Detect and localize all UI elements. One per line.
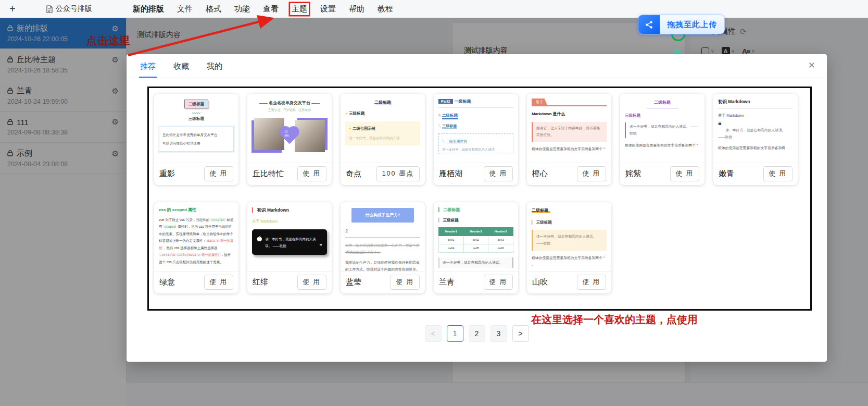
preview-block: 读一本好书，就是在和高尚的人谈话。 ——歌德 xyxy=(532,230,607,251)
theme-card: 什么构成了生产力?2当然，如果你说做日报是第一生产力，那这个对话就没法进行下去了… xyxy=(341,202,425,293)
preview-block: ▎三级标题 xyxy=(532,219,607,225)
theme-card: css 的 scoped 属性vue 为了防止 css 污染，当组件的 <sty… xyxy=(154,202,238,293)
share-nodes-icon xyxy=(638,15,660,34)
block-text: 三级标题 xyxy=(188,116,204,121)
block-text: 粗体的使用是在需要加粗的文字前后各加两 xyxy=(718,146,785,150)
theme-card-footer: 红绯使 用 xyxy=(247,272,332,293)
menu-theme[interactable]: 主题 xyxy=(290,3,309,15)
block-prefix: 引子 xyxy=(532,99,547,105)
use-theme-button[interactable]: 使 用 xyxy=(577,166,606,181)
new-document-button[interactable]: + xyxy=(9,4,16,14)
document-icon xyxy=(46,5,53,13)
menu-help[interactable]: 帮助 xyxy=(347,3,366,15)
annotation-click-here: 点击这里 xyxy=(86,33,130,48)
preview-block: 二级标题 xyxy=(532,207,607,214)
theme-card: ▎初识 Markdown关于 Markdown读一本好书，就是在和高尚的人谈话。… xyxy=(247,202,332,293)
use-theme-button[interactable]: 100 墨点 xyxy=(376,166,420,181)
preview-block: 〰〰三级标题 xyxy=(159,112,234,121)
block-text: 关于 Markdown xyxy=(252,219,278,224)
preview-block: —— 名企名校单身交友平台 —— xyxy=(252,100,327,106)
theme-name: 嫩青 xyxy=(719,169,734,179)
top-menu-bar: + 公众号排版 新的排版 文件 格式 功能 查看 主题 设置 帮助 教程 xyxy=(0,0,868,18)
block-text: 初识 Markdown xyxy=(257,207,289,213)
use-theme-button[interactable]: 使 用 xyxy=(297,166,326,181)
preview-block: 粗体的使用是在需要加粗的文字前后各加两个 * xyxy=(625,142,700,149)
preview-block: §二级标题 xyxy=(438,113,513,119)
menu-format[interactable]: 格式 xyxy=(204,3,223,15)
preview-block: 初识 Markdown xyxy=(718,99,793,109)
use-theme-button[interactable]: 使 用 xyxy=(484,166,513,181)
preview-block: Markdown 是什么 xyxy=(532,111,607,117)
theme-grid: 二级标题〰〰三级标题丘比特忙是非常优秀的单身交友平台可以访问微信小程序使用重影使… xyxy=(154,94,798,311)
theme-preview: ▎初识 Markdown关于 Markdown读一本好书，就是在和高尚的人谈话。… xyxy=(247,202,332,272)
block-text: Markdown 是什么 xyxy=(532,112,565,116)
pagination-page-1[interactable]: 1 xyxy=(447,325,463,342)
theme-name: 姹紫 xyxy=(625,169,641,179)
app-title: 公众号排版 xyxy=(46,4,92,14)
tab-recommended[interactable]: 推荐 xyxy=(139,61,157,78)
use-theme-button[interactable]: 使 用 xyxy=(204,275,233,290)
menu-settings[interactable]: 设置 xyxy=(319,3,337,15)
preview-block: 读一本好书，就是在和高尚的人谈话。 ——歌德❞ xyxy=(252,229,327,255)
preview-line: ╲一级引用示例 xyxy=(442,139,510,144)
block-text: 丘比特忙是非常优秀的单身交友平台 xyxy=(162,133,218,137)
close-icon[interactable]: ✕ xyxy=(808,61,815,70)
theme-preview: 初识 Markdown关于 Markdown❝读一本好书，就是在和高尚的人谈话。… xyxy=(713,94,798,163)
theme-preview: ▎二级标题▎三级标题Header1Header2Header3cell1cell… xyxy=(434,202,518,272)
photo-collage: 丘比特忙 xyxy=(252,117,327,154)
theme-card-footer: 雁栖湖使 用 xyxy=(434,163,518,184)
preview-block: 关于 Markdown xyxy=(252,219,327,225)
use-theme-button[interactable]: 使 用 xyxy=(204,166,233,181)
theme-card: 引子Markdown 是什么拥有它，让人专注于内容本身，而不被格式所打扰。粗体的… xyxy=(527,94,611,185)
pagination-next-button[interactable]: > xyxy=(512,325,529,342)
theme-card-footer: 姹紫使 用 xyxy=(620,163,705,184)
pagination-page-2[interactable]: 2 xyxy=(469,325,485,342)
menu-document-title[interactable]: 新的排版 xyxy=(131,3,166,15)
block-text: ❝ xyxy=(718,123,793,127)
use-theme-button[interactable]: 使 用 xyxy=(484,275,513,290)
theme-card: 初识 Markdown关于 Markdown❝读一本好书，就是在和高尚的人谈话。… xyxy=(713,94,798,185)
menu-tutorial[interactable]: 教程 xyxy=(376,3,395,15)
block-text: 三级标题 xyxy=(442,124,457,129)
use-theme-button[interactable]: 使 用 xyxy=(763,166,792,181)
theme-grid-row: css 的 scoped 属性vue 为了防止 css 污染，当组件的 <sty… xyxy=(154,202,798,293)
theme-name: 橙心 xyxy=(532,169,548,179)
theme-card: 二级标题三级标题读一本好书，就是在和高尚的人谈话。 ——歌德粗体的使用是在需要加… xyxy=(620,94,705,185)
preview-block: 我所说的生产力，是指能使得我们保持长期高效的工作方式。而我对这个问题的回答也很简… xyxy=(345,260,420,272)
menu-bar: 新的排版 文件 格式 功能 查看 主题 设置 帮助 教程 xyxy=(131,3,395,15)
annotation-choose-theme: 在这里选择一个喜欢的主题，点使用 xyxy=(531,313,698,327)
preview-block: ▎初识 Markdown xyxy=(252,207,327,214)
block-text: 二级标题 xyxy=(532,208,550,213)
menu-view[interactable]: 查看 xyxy=(261,3,280,15)
tab-favorites[interactable]: 收藏 xyxy=(172,61,190,78)
menu-function[interactable]: 功能 xyxy=(233,3,251,15)
block-text: 拥有它，让人专注于内容本身，而不被格式所打扰。 xyxy=(536,126,600,137)
theme-card: 二级标题▎三级标题读一本好书，就是在和高尚的人谈话。 ——歌德粗体的使用是在需要… xyxy=(527,202,611,293)
use-theme-button[interactable]: 使 用 xyxy=(670,166,699,181)
use-theme-button[interactable]: 使 用 xyxy=(577,275,606,290)
menu-file[interactable]: 文件 xyxy=(175,3,194,15)
tab-mine[interactable]: 我的 xyxy=(206,61,223,78)
theme-card: ▎二级标题▎三级标题Header1Header2Header3cell1cell… xyxy=(434,202,518,293)
block-text: 当然，如果你说做日报是第一生产力，那这个对话就没法进行下去了。 xyxy=(345,243,420,254)
theme-modal: 推荐收藏我的 ✕ 二级标题〰〰三级标题丘比特忙是非常优秀的单身交友平台可以访问微… xyxy=(127,54,827,362)
block-text: 读一本好书，就是在和高尚的人谈 xyxy=(349,136,400,140)
theme-grid-row: 二级标题〰〰三级标题丘比特忙是非常优秀的单身交友平台可以访问微信小程序使用重影使… xyxy=(154,94,798,185)
theme-card-footer: 兰青使 用 xyxy=(434,272,518,293)
preview-block: 二级标题 xyxy=(625,100,700,108)
theme-name: 奇点 xyxy=(346,169,361,179)
use-theme-button[interactable]: 使 用 xyxy=(297,275,326,290)
pagination-prev-button[interactable]: < xyxy=(425,325,442,342)
theme-name: 雁栖湖 xyxy=(439,169,462,179)
theme-card-footer: 嫩青使 用 xyxy=(713,163,798,184)
preview-block: css 的 scoped 属性 xyxy=(159,207,234,213)
block-prefix: ▎ xyxy=(438,207,442,212)
block-text: 三级标题 xyxy=(443,218,459,223)
use-theme-button[interactable]: 使 用 xyxy=(391,275,420,290)
pagination-page-3[interactable]: 3 xyxy=(490,325,507,342)
theme-card-footer: 重影使 用 xyxy=(154,163,238,184)
block-text: 读一本好书，就是在和高尚的人谈话。 xyxy=(443,261,503,264)
theme-preview: 二级标题●三级标题●二级引用示例读一本好书，就是在和高尚的人谈 xyxy=(341,94,425,163)
preview-line: 读一本好书，就是在和高尚的人谈 xyxy=(349,136,417,141)
block-text: 可以访问微信小程序使用 xyxy=(162,141,200,145)
